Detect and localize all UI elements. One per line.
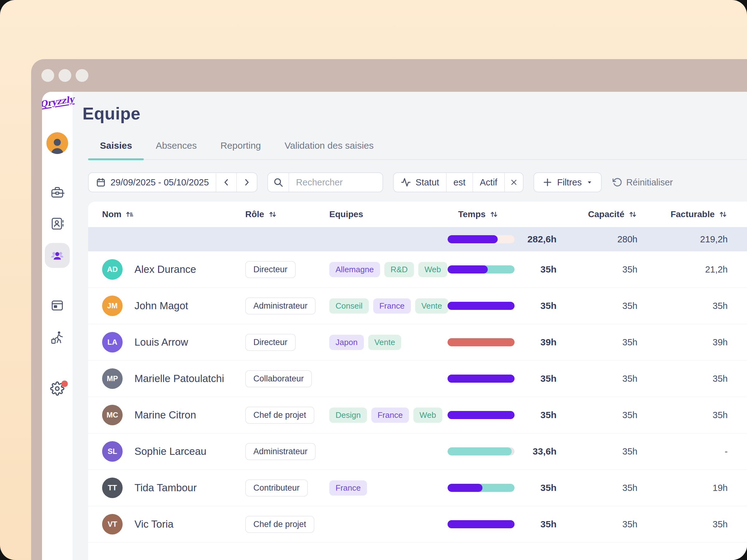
sort-icon (628, 210, 638, 218)
prev-period-button[interactable] (216, 173, 236, 192)
table-row[interactable]: MCMarine CitronChef de projetDesignFranc… (88, 397, 747, 433)
capacite-value: 35h (557, 337, 638, 348)
avatar: JM (102, 296, 123, 316)
page-title: Equipe (82, 104, 747, 124)
facturable-value: 35h (638, 410, 728, 420)
temps-value: 33,6h (515, 446, 557, 457)
column-label: Temps (458, 209, 486, 219)
temps-value: 35h (515, 410, 557, 420)
table-row[interactable]: TTTida TambourContributeurFrance35h35h19… (88, 470, 747, 506)
time-progress-bar (447, 302, 515, 310)
calendar-icon (50, 298, 65, 312)
table-header-row: NomRôleEquipesTempsCapacitéFacturable (88, 202, 747, 227)
column-label: Rôle (245, 209, 264, 219)
reset-filters-label: Réinitialiser (626, 177, 673, 188)
team-table: NomRôleEquipesTempsCapacitéFacturable 28… (88, 202, 747, 560)
role-chip: Contributeur (245, 479, 308, 497)
time-progress-bar (447, 411, 515, 419)
avatar: MC (102, 405, 123, 425)
role-chip: Administrateur (245, 443, 316, 460)
column-header-equipes[interactable]: Equipes (329, 209, 447, 219)
table-row[interactable]: ADAlex DuranceDirecteurAllemagneR&DWeb35… (88, 251, 747, 288)
sidebar-item-team[interactable] (45, 243, 70, 268)
table-row[interactable]: LALouis ArrowDirecteurJaponVente39h35h39… (88, 324, 747, 361)
sidebar-item-planning[interactable] (45, 296, 70, 314)
team-tag: Web (413, 407, 442, 423)
column-label: Equipes (329, 209, 363, 219)
time-progress-bar (447, 375, 515, 383)
column-header-facturable[interactable]: Facturable (638, 209, 728, 219)
table-body: ADAlex DuranceDirecteurAllemagneR&DWeb35… (88, 251, 747, 542)
table-row[interactable]: MPMarielle PatoulatchiCollaborateur35h35… (88, 361, 747, 397)
sort-icon (268, 210, 277, 218)
table-row[interactable]: SLSophie LarceauAdministrateur33,6h35h- (88, 433, 747, 470)
member-name: Tida Tambour (134, 482, 197, 494)
reset-filters-button[interactable]: Réinitialiser (612, 177, 673, 188)
rotate-ccw-icon (612, 177, 622, 187)
member-name: Marielle Patoulatchi (134, 373, 224, 384)
search-input[interactable] (289, 177, 383, 188)
column-header-ro-le[interactable]: Rôle (245, 209, 329, 219)
tab-saisies[interactable]: Saisies (88, 140, 144, 159)
next-period-button[interactable] (237, 173, 257, 192)
briefcase-icon (50, 185, 65, 200)
status-filter-value[interactable]: Actif (473, 173, 504, 192)
remove-status-filter-button[interactable] (505, 173, 523, 192)
role-chip: Chef de projet (245, 407, 314, 424)
sidebar-item-contacts[interactable] (45, 215, 70, 232)
time-progress-bar (447, 338, 515, 346)
tab-validation-des-saisies[interactable]: Validation des saisies (273, 140, 385, 159)
time-progress-bar (447, 484, 515, 492)
chevron-right-icon (241, 177, 252, 188)
role-chip: Collaborateur (245, 370, 312, 387)
window-control-dot[interactable] (76, 69, 88, 82)
date-range-value: 29/09/2025 - 05/10/2025 (110, 177, 209, 188)
capacite-value: 35h (557, 519, 638, 530)
team-tag: R&D (384, 262, 414, 277)
chevron-left-icon (221, 177, 232, 188)
team-tag: France (329, 480, 367, 496)
table-row[interactable]: VTVic ToriaChef de projet35h35h35h (88, 506, 747, 542)
sort-asc-icon (125, 210, 134, 218)
user-avatar[interactable] (46, 132, 68, 154)
team-tag: France (371, 407, 409, 423)
sidebar-item-projects[interactable] (45, 184, 70, 201)
table-row[interactable]: JMJohn MagotAdministrateurConseilFranceV… (88, 288, 747, 324)
sidebar-item-absences[interactable] (45, 329, 70, 346)
filters-button[interactable]: Filtres (534, 172, 602, 192)
column-label: Nom (102, 209, 121, 219)
column-header-temps[interactable]: Temps (447, 209, 557, 219)
caret-down-icon (586, 179, 593, 186)
sidebar-item-settings[interactable] (45, 380, 70, 397)
facturable-value: 21,2h (638, 264, 728, 275)
role-chip: Directeur (245, 334, 296, 351)
tab-absences[interactable]: Absences (144, 140, 209, 159)
window-control-dot[interactable] (42, 69, 54, 82)
team-tag: Design (329, 407, 367, 423)
status-filter-operator[interactable]: est (447, 173, 472, 192)
tab-reporting[interactable]: Reporting (209, 140, 273, 159)
summary-row: 282,6h280h219,2h (88, 227, 747, 251)
search-box[interactable] (267, 172, 383, 192)
team-tag: Web (418, 262, 447, 277)
app-logo: Qryzzly (42, 94, 75, 113)
filters-button-label: Filtres (557, 177, 582, 188)
sidebar: Qryzzly (42, 92, 73, 560)
temps-value: 35h (515, 264, 557, 275)
column-header-nom[interactable]: Nom (102, 209, 245, 219)
tab-bar: SaisiesAbsencesReportingValidation des s… (88, 140, 747, 160)
member-name: Vic Toria (134, 518, 173, 530)
traveler-icon (50, 330, 65, 345)
date-range-picker[interactable]: 29/09/2025 - 05/10/2025 (88, 172, 257, 192)
facturable-value: 35h (638, 519, 728, 530)
column-label: Capacité (588, 209, 624, 219)
status-filter-field: Statut (415, 177, 439, 188)
team-icon (50, 248, 65, 263)
status-filter-chip[interactable]: Statut est Actif (393, 172, 523, 192)
role-chip: Chef de projet (245, 516, 314, 533)
summary-facturable-value: 219,2h (638, 234, 728, 244)
capacite-value: 35h (557, 374, 638, 384)
column-header-capacite[interactable]: Capacité (557, 209, 638, 219)
window-control-dot[interactable] (58, 69, 71, 82)
calendar-icon (96, 177, 106, 188)
